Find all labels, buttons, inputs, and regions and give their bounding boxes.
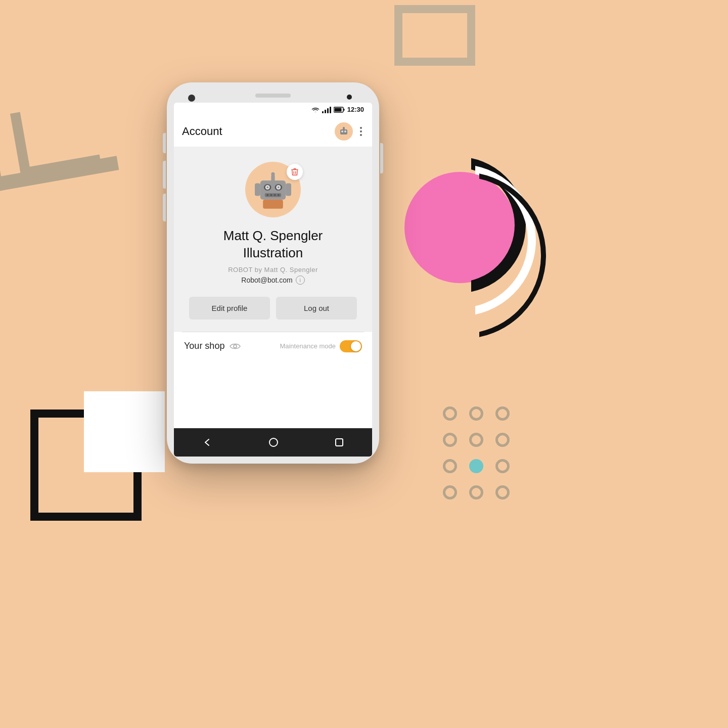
trash-icon (291, 168, 299, 176)
toggle-knob (351, 341, 361, 351)
svg-point-8 (343, 127, 345, 129)
your-shop-row: Your shop Maintenance mode (184, 340, 362, 352)
status-time: 12:30 (347, 106, 364, 113)
svg-rect-20 (266, 194, 268, 196)
bg-dot (495, 459, 510, 473)
bg-rect-topleft (394, 5, 475, 66)
screen: 12:30 Account (174, 103, 372, 457)
home-button[interactable] (258, 435, 289, 449)
home-icon (268, 437, 279, 447)
svg-rect-23 (278, 194, 280, 196)
profile-actions: Edit profile Log out (184, 297, 362, 320)
phone-speaker (255, 94, 291, 98)
profile-email-row: Robot@bot.com i (241, 276, 304, 285)
signal-bar-1 (322, 111, 324, 113)
svg-rect-1 (334, 108, 341, 111)
volume-down-button (163, 194, 166, 221)
back-button[interactable] (192, 435, 222, 449)
bg-dot (495, 406, 510, 421)
bg-dot (443, 433, 457, 447)
app-bar-title: Account (182, 125, 222, 138)
bg-dot (443, 485, 457, 499)
maintenance-toggle[interactable] (340, 340, 362, 352)
proximity-sensor (347, 95, 352, 100)
phone-wrapper: 12:30 Account (167, 82, 379, 464)
svg-point-28 (269, 438, 278, 446)
eye-icon[interactable] (230, 343, 241, 350)
your-shop-left: Your shop (184, 341, 241, 351)
svg-rect-4 (340, 129, 347, 134)
bg-dot-grid (443, 406, 516, 506)
svg-rect-5 (341, 130, 343, 132)
back-icon (202, 437, 212, 447)
profile-subtitle: ROBOT by Matt Q. Spengler (228, 266, 318, 274)
bottom-section: Your shop Maintenance mode (174, 332, 372, 428)
phone: 12:30 Account (167, 82, 379, 464)
svg-rect-29 (336, 439, 343, 446)
svg-rect-2 (343, 109, 344, 111)
recents-button[interactable] (325, 436, 354, 449)
svg-rect-17 (271, 175, 275, 181)
bg-dot (469, 485, 483, 499)
maintenance-label: Maintenance mode (280, 342, 336, 350)
recents-icon (335, 438, 344, 447)
svg-rect-26 (286, 183, 291, 196)
svg-rect-6 (344, 130, 346, 132)
logout-button[interactable]: Log out (276, 297, 357, 320)
profile-email: Robot@bot.com (241, 276, 292, 284)
edit-profile-button[interactable]: Edit profile (189, 297, 270, 320)
phone-top (174, 92, 372, 103)
app-bar: Account (174, 116, 372, 147)
info-icon[interactable]: i (296, 276, 305, 285)
bg-rect-bl-inner (84, 391, 165, 472)
svg-rect-22 (274, 194, 276, 196)
profile-area: Matt Q. Spengler Illustration ROBOT by M… (174, 147, 372, 332)
bg-dot (495, 485, 510, 499)
svg-point-18 (271, 172, 275, 176)
battery-icon (334, 107, 345, 113)
svg-point-16 (278, 187, 280, 189)
profile-name: Matt Q. Spengler Illustration (223, 228, 323, 262)
bg-dot (495, 433, 510, 447)
delete-avatar-button[interactable] (287, 164, 303, 180)
svg-rect-24 (263, 200, 283, 209)
more-options-button[interactable] (358, 125, 364, 138)
bg-dot (469, 406, 483, 421)
status-icons: 12:30 (311, 106, 364, 113)
wifi-icon (311, 107, 320, 113)
volume-mute-button (163, 133, 166, 153)
nav-bar (174, 428, 372, 457)
avatar-small-robot (337, 124, 351, 139)
your-shop-label: Your shop (184, 341, 224, 351)
app-bar-actions (335, 122, 364, 141)
signal-bar-2 (325, 110, 326, 113)
bg-dot (443, 406, 457, 421)
bg-dot (443, 459, 457, 473)
more-dot (360, 134, 362, 136)
svg-point-13 (266, 187, 268, 189)
avatar-container (245, 162, 301, 217)
signal-bar-3 (327, 108, 329, 113)
camera-icon (188, 95, 195, 102)
svg-rect-21 (270, 194, 272, 196)
maintenance-row: Maintenance mode (280, 340, 362, 352)
more-dot (360, 130, 362, 132)
svg-rect-25 (255, 183, 260, 196)
bg-dot (469, 433, 483, 447)
status-bar: 12:30 (174, 103, 372, 116)
more-dot (360, 127, 362, 129)
bg-rect-bl (30, 410, 142, 521)
power-button (380, 143, 383, 173)
bg-dot-filled (469, 459, 483, 473)
avatar-small[interactable] (335, 122, 353, 141)
svg-point-27 (234, 345, 237, 348)
bg-triangle-inner (10, 100, 101, 178)
signal-bar-4 (330, 107, 331, 113)
signal-bars (322, 106, 331, 113)
volume-up-button (163, 161, 166, 189)
